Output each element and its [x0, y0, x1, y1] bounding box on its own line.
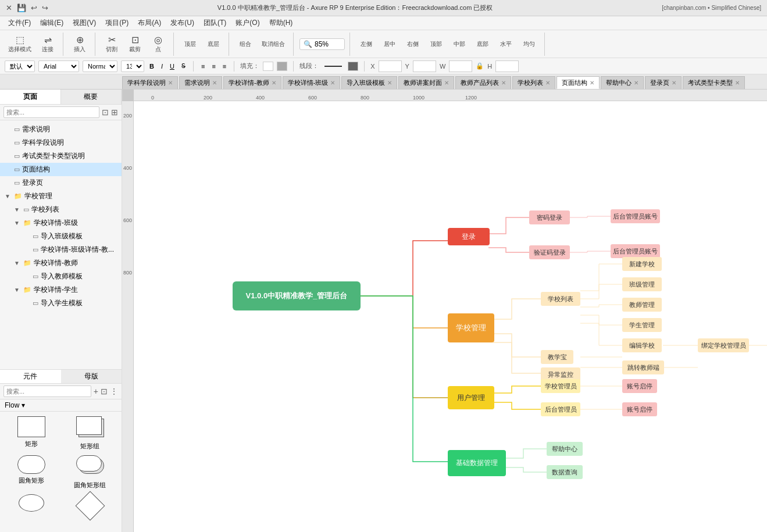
distribute-button[interactable]: 均匀 [519, 34, 540, 55]
font-select[interactable]: Arial [38, 60, 79, 72]
sidebar-search-input[interactable] [3, 106, 99, 118]
tab-exam-type[interactable]: 考试类型卡类型 ✕ [683, 76, 745, 89]
tab-close-login[interactable]: ✕ [672, 80, 676, 86]
tree-collapse-arrow[interactable]: ▼ [14, 206, 21, 213]
menu-project[interactable]: 项目(P) [102, 17, 132, 29]
comp-item-round-group[interactable]: 圆角矩形组 [63, 455, 117, 490]
y-input[interactable] [413, 60, 436, 72]
close-icon[interactable]: ✕ [6, 3, 12, 12]
size-select[interactable]: 13 [121, 60, 144, 72]
save-icon[interactable]: 💾 [17, 3, 26, 12]
tab-teacher-product[interactable]: 教师产品列表 ✕ [455, 76, 511, 89]
align-middle-button[interactable]: 中部 [449, 34, 470, 55]
align-left-button[interactable]: 左侧 [356, 34, 377, 55]
undo-icon[interactable]: ↩ [31, 3, 37, 12]
menu-layout[interactable]: 布局(A) [134, 17, 165, 29]
align-center-button[interactable]: 居中 [379, 34, 400, 55]
comp-item-diamond[interactable] [63, 494, 117, 520]
align-left-text-button[interactable]: ≡ [199, 63, 206, 70]
page-item-xuqiu[interactable]: ▭ 需求说明 [0, 123, 122, 136]
tab-xuqiu[interactable]: 需求说明 ✕ [179, 76, 222, 89]
canvas-container[interactable]: 0 200 400 600 800 1000 1200 200 400 600 … [122, 90, 767, 532]
tab-import-class[interactable]: 导入班级模板 ✕ [341, 76, 397, 89]
align-top-button[interactable]: 顶部 [426, 34, 447, 55]
align-center-text-button[interactable]: ≡ [210, 63, 217, 70]
tab-school-list[interactable]: 学校列表 ✕ [512, 76, 555, 89]
tab-teacher-cover[interactable]: 教师讲案封面 ✕ [398, 76, 454, 89]
tab-xuexiao-teacher[interactable]: 学校详情-教师 ✕ [223, 76, 281, 89]
crop-button[interactable]: ⊡ 裁剪 [124, 34, 145, 55]
comp-layout-icon[interactable]: ⊡ [101, 387, 108, 396]
menu-edit[interactable]: 编辑(E) [37, 17, 67, 29]
menu-account[interactable]: 账户(O) [232, 17, 263, 29]
zoom-input[interactable]: 85% [315, 40, 341, 48]
menu-team[interactable]: 团队(T) [200, 17, 230, 29]
tab-close-product[interactable]: ✕ [501, 80, 506, 86]
comp-item-rect-group[interactable]: 矩形组 [63, 416, 117, 451]
style-select[interactable]: 默认 [5, 60, 35, 72]
tree-collapse-arrow[interactable]: ▼ [5, 193, 12, 199]
tab-kexue[interactable]: 学科学段说明 ✕ [122, 76, 178, 89]
tab-close-cover[interactable]: ✕ [444, 80, 449, 86]
zoom-control[interactable]: 🔍 85% [299, 38, 345, 50]
sidebar-tab-outline[interactable]: 概要 [61, 90, 122, 104]
cut-button[interactable]: ✂ 切割 [101, 34, 122, 55]
line-color-picker[interactable] [348, 62, 358, 71]
align-right-button[interactable]: 右侧 [402, 34, 423, 55]
redo-icon[interactable]: ↪ [42, 3, 48, 12]
comp-item-round-rect[interactable]: 圆角矩形 [5, 455, 59, 490]
sidebar-tab-pages[interactable]: 页面 [0, 90, 61, 104]
ungroup-button[interactable]: 取消组合 [258, 34, 288, 55]
underline-button[interactable]: U [168, 63, 176, 70]
page-item-structure[interactable]: ▭ 页面结构 [0, 163, 122, 176]
comp-item-rect[interactable]: 矩形 [5, 416, 59, 451]
insert-button[interactable]: ⊕ 插入 [69, 34, 90, 55]
sidebar-add-page-icon[interactable]: ⊞ [111, 108, 118, 117]
page-item-login[interactable]: ▭ 登录页 [0, 176, 122, 190]
tab-login[interactable]: 登录页 ✕ [645, 76, 682, 89]
tab-close-import[interactable]: ✕ [387, 80, 392, 86]
page-item-import-student[interactable]: ▭ 导入学生模板 [0, 297, 122, 310]
strikethrough-button[interactable]: S̶ [180, 62, 187, 70]
distribute-horizontal-button[interactable]: 水平 [495, 34, 516, 55]
page-item-class-detail[interactable]: ▭ 学校详情-班级详情-教... [0, 243, 122, 256]
tab-close-help[interactable]: ✕ [634, 80, 638, 86]
tree-collapse-arrow[interactable]: ▼ [14, 220, 21, 226]
tab-help[interactable]: 帮助中心 ✕ [601, 76, 644, 89]
fill-color-picker[interactable] [263, 62, 273, 71]
tab-close-teacher[interactable]: ✕ [272, 80, 276, 86]
bold-button[interactable]: B [148, 63, 156, 70]
comp-more-icon[interactable]: ⋮ [110, 387, 118, 396]
menu-file[interactable]: 文件(F) [5, 17, 34, 29]
w-input[interactable] [449, 60, 472, 72]
comp-tab-masters[interactable]: 母版 [61, 370, 122, 383]
page-item-exam-type[interactable]: ▭ 考试类型卡类型说明 [0, 149, 122, 163]
folder-item-teacher[interactable]: ▼ 📁 学校详情-教师 [0, 256, 122, 270]
select-mode-button[interactable]: ⬚ 选择模式 [5, 34, 35, 55]
tab-close-page[interactable]: ✕ [590, 80, 594, 86]
group-button[interactable]: 组合 [235, 34, 256, 55]
tab-close-xuqiu[interactable]: ✕ [212, 80, 217, 86]
h-input[interactable] [495, 60, 519, 72]
bottom-layer-button[interactable]: 底层 [203, 34, 224, 55]
folder-item-class[interactable]: ▼ 📁 学校详情-班级 [0, 216, 122, 230]
tree-collapse-arrow[interactable]: ▼ [14, 260, 21, 266]
top-layer-button[interactable]: 顶层 [180, 34, 201, 55]
weight-select[interactable]: Normal [83, 60, 117, 72]
menu-view[interactable]: 视图(V) [69, 17, 99, 29]
tab-close-exam[interactable]: ✕ [735, 80, 740, 86]
comp-tab-widgets[interactable]: 元件 [0, 370, 61, 383]
menu-publish[interactable]: 发布(U) [167, 17, 198, 29]
window-left-icons[interactable]: ✕ 💾 ↩ ↪ [6, 3, 48, 12]
tab-close-class[interactable]: ✕ [330, 80, 335, 86]
italic-button[interactable]: I [159, 63, 165, 70]
page-item-import-class[interactable]: ▭ 导入班级模板 [0, 230, 122, 243]
tab-close-schoollist[interactable]: ✕ [545, 80, 550, 86]
align-bottom-button[interactable]: 底部 [472, 34, 493, 55]
menu-help[interactable]: 帮助(H) [266, 17, 297, 29]
fill-color-picker2[interactable] [277, 62, 287, 71]
comp-add-icon[interactable]: + [94, 387, 98, 396]
sidebar-add-folder-icon[interactable]: ⊡ [102, 108, 109, 117]
lock-icon[interactable]: 🔒 [476, 62, 484, 70]
comp-item-oval[interactable] [5, 494, 59, 520]
